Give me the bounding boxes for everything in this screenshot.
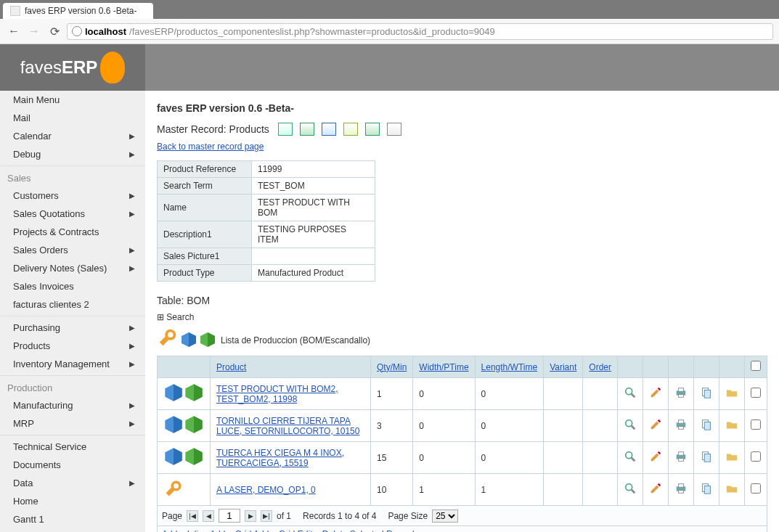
chevron-right-icon: ▶ — [129, 132, 135, 140]
col-order[interactable]: Order — [583, 356, 618, 378]
col-width-ptime[interactable]: Width/PTime — [413, 356, 475, 378]
pager-prev-button[interactable]: ◀ — [203, 510, 214, 522]
sidebar-item-home[interactable]: Home — [0, 492, 145, 510]
copy-icon[interactable] — [700, 450, 713, 463]
view-icon[interactable] — [624, 482, 637, 495]
sidebar-item-documents[interactable]: Documents — [0, 456, 145, 474]
folder-icon[interactable] — [725, 450, 738, 463]
product-link[interactable]: TEST PRODUCT WITH BOM2, TEST_BOM2, 11998 — [211, 378, 371, 410]
pager-last-button[interactable]: ▶| — [261, 510, 272, 522]
copy-icon[interactable] — [700, 386, 713, 399]
master-record-label: Master Record: Products — [157, 123, 269, 135]
product-link[interactable]: TUERCA HEX CIEGA M 4 INOX, TUERCACIEGA, … — [211, 442, 371, 474]
sidebar-item-sales-quotations[interactable]: Sales Quotations▶ — [0, 205, 145, 223]
sidebar-item-gantt-1[interactable]: Gantt 1 — [0, 510, 145, 528]
sidebar-item-mail[interactable]: Mail — [0, 109, 145, 127]
sidebar-item-facturas-clientes-2[interactable]: facturas clientes 2 — [0, 295, 145, 314]
printer-icon[interactable] — [278, 123, 293, 136]
back-to-master-link[interactable]: Back to master record page — [157, 142, 264, 152]
sidebar-item-technical-service[interactable]: Technical Service — [0, 438, 145, 456]
pager-first-button[interactable]: |◀ — [187, 510, 198, 522]
logo[interactable]: favesERP — [0, 44, 145, 91]
sidebar-item-delivery-notes-sales-[interactable]: Delivery Notes (Sales)▶ — [0, 259, 145, 277]
pagesize-select[interactable]: 25 — [432, 510, 458, 523]
sidebar-item-data[interactable]: Data▶ — [0, 474, 145, 492]
print-icon[interactable] — [674, 418, 688, 431]
view-icon[interactable] — [624, 418, 637, 431]
sidebar-item-purchasing[interactable]: Purchasing▶ — [0, 319, 145, 337]
product-link[interactable]: A LASER, DEMO_OP1, 0 — [211, 474, 371, 506]
word-icon[interactable] — [322, 123, 336, 136]
print-icon[interactable] — [674, 482, 688, 495]
page-input[interactable] — [219, 509, 240, 523]
detail-row: Description1TESTING PURPOSES ITEM — [158, 221, 375, 248]
detail-value — [252, 248, 375, 265]
width-cell: 0 — [413, 378, 475, 410]
chevron-right-icon: ▶ — [129, 264, 135, 272]
folder-icon[interactable] — [725, 386, 738, 399]
lista-row: Lista de Produccion (BOM/Escandallo) — [157, 327, 767, 348]
col-length-wtime[interactable]: Length/WTime — [475, 356, 544, 378]
variant-cell — [544, 378, 583, 410]
view-icon[interactable] — [624, 450, 637, 463]
row-checkbox[interactable] — [751, 483, 761, 494]
row-checkbox[interactable] — [751, 388, 761, 398]
url-bar[interactable]: localhost/favesERP/productos_componentes… — [67, 23, 773, 40]
sidebar-item-calendar[interactable]: Calendar▶ — [0, 127, 145, 145]
back-button[interactable]: ← — [6, 23, 22, 39]
col-variant[interactable]: Variant — [544, 356, 583, 378]
sidebar-item-main-menu[interactable]: Main Menu — [0, 91, 145, 109]
reload-button[interactable]: ⟳ — [46, 23, 62, 39]
page-icon[interactable] — [387, 123, 401, 136]
row-checkbox[interactable] — [751, 451, 761, 462]
detail-value: TEST PRODUCT WITH BOM — [252, 195, 375, 221]
print-icon[interactable] — [674, 386, 688, 399]
col-qty-min[interactable]: Qty/Min — [371, 356, 413, 378]
sidebar-item-inventory-management[interactable]: Inventory Management▶ — [0, 355, 145, 373]
svg-rect-3 — [678, 388, 683, 392]
sidebar-item-debug[interactable]: Debug▶ — [0, 145, 145, 163]
grid-add-link[interactable]: Grid Add — [235, 529, 269, 532]
col-action — [669, 356, 694, 378]
grid-edit-link[interactable]: Grid Edit — [279, 529, 313, 532]
sidebar-item-projects-contracts[interactable]: Projects & Contracts — [0, 223, 145, 241]
sidebar-item-change-password[interactable]: Change Password — [0, 528, 145, 532]
sidebar-item-products[interactable]: Products▶ — [0, 337, 145, 355]
sidebar-item-customers[interactable]: Customers▶ — [0, 187, 145, 205]
edit-icon[interactable] — [649, 418, 662, 431]
pager-next-button[interactable]: ▶ — [245, 510, 256, 522]
browser-tab[interactable]: faves ERP version 0.6 -Beta- — [3, 3, 153, 19]
sidebar-item-sales-invoices[interactable]: Sales Invoices — [0, 277, 145, 295]
row-checkbox[interactable] — [751, 420, 761, 430]
add-link[interactable]: Add — [162, 529, 177, 532]
edit-icon[interactable] — [649, 450, 662, 463]
sidebar-item-manufacturing[interactable]: Manufacturing▶ — [0, 396, 145, 414]
col-product[interactable]: Product — [211, 356, 371, 378]
print-icon[interactable] — [674, 450, 688, 463]
search-toggle[interactable]: ⊞ Search — [157, 312, 767, 322]
mascot-icon — [100, 52, 125, 83]
cube-icon — [163, 414, 204, 435]
detail-row: NameTEST PRODUCT WITH BOM — [158, 195, 375, 221]
forward-button[interactable]: → — [26, 23, 42, 39]
sidebar-item-sales-orders[interactable]: Sales Orders▶ — [0, 241, 145, 259]
select-all-checkbox[interactable] — [751, 361, 761, 371]
inline-add-link[interactable]: Inline Add — [187, 529, 226, 532]
edit-icon[interactable] — [649, 386, 662, 399]
excel-icon[interactable] — [300, 123, 314, 136]
edit-icon[interactable] — [649, 482, 662, 495]
sidebar-title-production: Production — [0, 378, 145, 396]
svg-point-7 — [626, 420, 632, 427]
folder-icon[interactable] — [725, 482, 738, 495]
row-icon-cell — [158, 442, 211, 474]
delete-selected-link[interactable]: Delete Selected Records — [322, 529, 419, 532]
xls-icon[interactable] — [365, 123, 380, 136]
folder-icon[interactable] — [725, 418, 738, 431]
view-icon[interactable] — [624, 386, 637, 399]
copy-icon[interactable] — [700, 482, 713, 495]
product-link[interactable]: TORNILLO CIERRE TIJERA TAPA LUCE, SETORN… — [211, 410, 371, 442]
csv-icon[interactable] — [343, 123, 358, 136]
copy-icon[interactable] — [700, 418, 713, 431]
col-select-all[interactable] — [745, 356, 767, 378]
sidebar-item-mrp[interactable]: MRP▶ — [0, 414, 145, 433]
